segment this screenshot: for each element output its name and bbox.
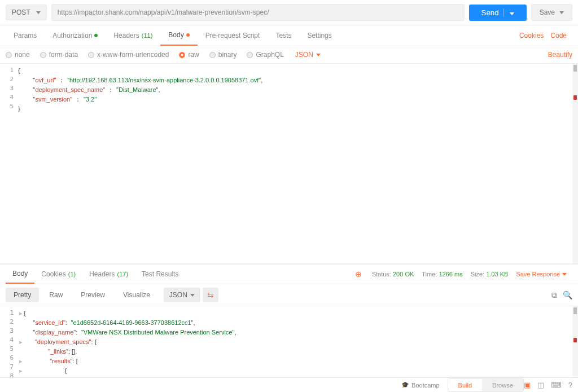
beautify-link[interactable]: Beautify bbox=[548, 51, 572, 59]
time-label: Time: 1266 ms bbox=[422, 271, 462, 278]
body-label: Body bbox=[168, 31, 183, 39]
keyboard-icon[interactable]: ⌨ bbox=[551, 381, 562, 389]
tab-body[interactable]: Body bbox=[160, 25, 197, 46]
method-select[interactable]: POST bbox=[6, 5, 47, 20]
status-label: Status: 200 OK bbox=[372, 271, 414, 278]
view-visualize[interactable]: Visualize bbox=[115, 288, 158, 302]
view-raw[interactable]: Raw bbox=[41, 288, 71, 302]
auth-label: Authorization bbox=[52, 32, 92, 39]
tab-prerequest[interactable]: Pre-request Script bbox=[198, 26, 268, 45]
panel-split-icon[interactable]: ◫ bbox=[537, 381, 544, 389]
chevron-down-icon[interactable] bbox=[510, 12, 514, 15]
resp-tab-body[interactable]: Body bbox=[6, 265, 34, 284]
chevron-down-icon[interactable] bbox=[559, 11, 564, 14]
headers-count: (11) bbox=[142, 32, 153, 39]
headers-label: Headers bbox=[113, 32, 139, 39]
size-label: Size: 1.03 KB bbox=[471, 271, 509, 278]
radio-raw[interactable]: raw bbox=[179, 51, 199, 59]
resp-tab-tests[interactable]: Test Results bbox=[135, 265, 185, 283]
graduation-icon: 🎓 bbox=[401, 381, 409, 389]
chevron-down-icon bbox=[562, 273, 567, 276]
wrap-icon[interactable]: ⇆ bbox=[203, 288, 218, 302]
cookies-link[interactable]: Cookies bbox=[519, 32, 544, 39]
chevron-down-icon bbox=[36, 11, 41, 14]
mode-browse[interactable]: Browse bbox=[482, 379, 523, 391]
radio-graphql[interactable]: GraphQL bbox=[247, 51, 283, 59]
url-input[interactable]: https://impactor.shank.com/napp/api/v1/m… bbox=[51, 4, 465, 21]
content-type-select[interactable]: JSON bbox=[295, 51, 321, 59]
dot-icon bbox=[94, 34, 98, 37]
line-gutter: 12345 bbox=[0, 64, 18, 263]
copy-icon[interactable]: ⧉ bbox=[551, 290, 557, 300]
radio-xform[interactable]: x-www-form-urlencoded bbox=[88, 51, 169, 59]
request-body-editor[interactable]: { "ovf_url" : "http://192.168.63.113/nsx… bbox=[18, 64, 578, 263]
panel-icon[interactable]: ▣ bbox=[524, 381, 531, 389]
tab-authorization[interactable]: Authorization bbox=[45, 26, 106, 45]
save-response-button[interactable]: Save Response bbox=[516, 271, 567, 278]
send-button[interactable]: Send bbox=[469, 5, 527, 21]
code-link[interactable]: Code bbox=[550, 32, 567, 39]
help-icon[interactable]: ? bbox=[568, 381, 572, 389]
chevron-down-icon bbox=[190, 294, 195, 297]
globe-icon[interactable] bbox=[355, 270, 364, 279]
view-pretty[interactable]: Pretty bbox=[6, 288, 39, 302]
chevron-down-icon bbox=[316, 54, 321, 56]
send-label: Send bbox=[481, 8, 499, 17]
resp-format-select[interactable]: JSON bbox=[164, 288, 200, 302]
tab-headers[interactable]: Headers (11) bbox=[106, 26, 160, 45]
method-label: POST bbox=[12, 8, 30, 16]
view-preview[interactable]: Preview bbox=[73, 288, 113, 302]
save-label: Save bbox=[540, 8, 555, 16]
resp-tab-headers[interactable]: Headers (17) bbox=[82, 265, 135, 283]
mode-toggle[interactable]: Build Browse bbox=[448, 378, 524, 392]
resp-tab-cookies[interactable]: Cookies (1) bbox=[34, 265, 82, 283]
radio-formdata[interactable]: form-data bbox=[40, 51, 78, 59]
radio-none[interactable]: none bbox=[6, 51, 30, 59]
tab-params[interactable]: Params bbox=[6, 26, 45, 45]
mode-build[interactable]: Build bbox=[448, 379, 482, 391]
scrollbar[interactable] bbox=[572, 64, 578, 263]
search-icon[interactable]: 🔍 bbox=[563, 290, 572, 300]
tab-settings[interactable]: Settings bbox=[299, 26, 339, 45]
tab-tests[interactable]: Tests bbox=[268, 26, 299, 45]
dot-icon bbox=[186, 33, 190, 37]
bootcamp-link[interactable]: 🎓 Bootcamp bbox=[401, 381, 440, 389]
save-button[interactable]: Save bbox=[531, 4, 572, 21]
radio-binary[interactable]: binary bbox=[209, 51, 237, 59]
